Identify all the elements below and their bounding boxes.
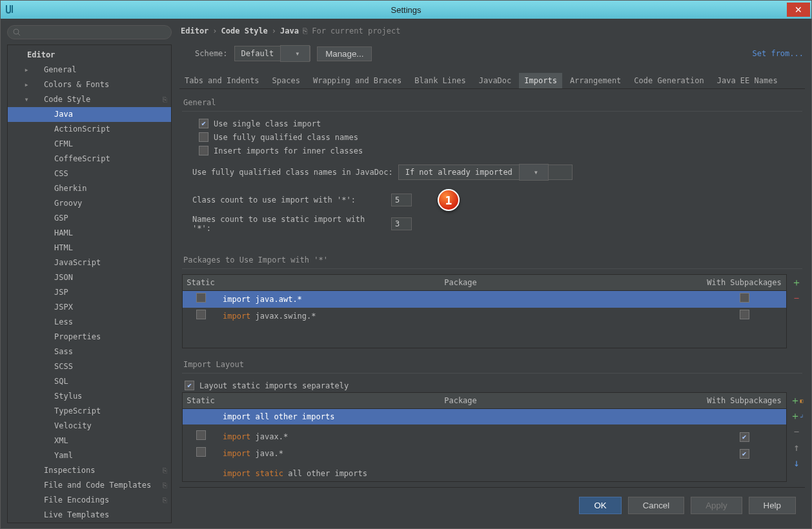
sidebar-item-json[interactable]: JSON	[8, 270, 171, 285]
static-checkbox[interactable]	[196, 310, 206, 319]
subpackages-checkbox[interactable]	[740, 293, 749, 303]
tab-code-generation[interactable]: Code Generation	[629, 73, 709, 88]
sidebar-item-velocity[interactable]: Velocity	[8, 419, 171, 434]
subpackages-checkbox[interactable]	[740, 310, 749, 319]
move-down-button[interactable]: ↓	[791, 457, 802, 468]
search-input[interactable]	[7, 25, 172, 39]
apply-button[interactable]: Apply	[691, 497, 742, 514]
sidebar-item-haml[interactable]: HAML	[8, 226, 171, 241]
use-single-label: Use single class import	[214, 119, 321, 128]
static-checkbox[interactable]	[196, 447, 206, 457]
tab-tabs-and-indents[interactable]: Tabs and Indents	[179, 73, 265, 88]
dialog-footer: OK Cancel Apply Help	[179, 487, 805, 523]
ok-button[interactable]: OK	[579, 497, 621, 514]
tab-javadoc[interactable]: JavaDoc	[474, 73, 517, 88]
sidebar-item-gherkin[interactable]: Gherkin	[8, 181, 171, 196]
add-package-button[interactable]: ＋	[791, 277, 802, 288]
sidebar-item-jsp[interactable]: JSP	[8, 285, 171, 300]
static-checkbox[interactable]	[196, 430, 206, 440]
sidebar-item-java[interactable]: Java	[8, 107, 171, 122]
sidebar-item-file-types[interactable]: File Types	[8, 523, 171, 523]
sidebar-item-sql[interactable]: SQL	[8, 374, 171, 389]
sidebar-item-actionscript[interactable]: ActionScript	[8, 122, 171, 137]
insert-inner-checkbox[interactable]	[199, 146, 208, 155]
add-package-layout-button[interactable]: ＋◧	[791, 395, 802, 406]
sidebar-item-yaml[interactable]: Yaml	[8, 448, 171, 463]
names-count-input[interactable]: 3	[391, 217, 412, 230]
chevron-down-icon: ▾	[519, 164, 549, 181]
sidebar-item-html[interactable]: HTML	[8, 241, 171, 255]
packages-star-table[interactable]: Static Package With Subpackages import j…	[182, 274, 787, 348]
project-scope-icon: ⎘	[163, 464, 167, 477]
sidebar-item-stylus[interactable]: Stylus	[8, 389, 171, 404]
table-row[interactable]: import java.*	[183, 445, 786, 462]
sidebar-item-properties[interactable]: Properties	[8, 330, 171, 344]
project-scope-icon: ⎘	[163, 479, 167, 492]
import-layout-table[interactable]: Static Package With Subpackages import a…	[182, 392, 787, 482]
code-style-tabs: Tabs and IndentsSpacesWrapping and Brace…	[179, 73, 805, 89]
tab-arrangement[interactable]: Arrangement	[565, 73, 626, 88]
remove-layout-button[interactable]: －	[791, 426, 802, 437]
set-from-link[interactable]: Set from...	[753, 49, 804, 58]
sidebar-item-sass[interactable]: Sass	[8, 344, 171, 359]
tab-java-ee-names[interactable]: Java EE Names	[712, 73, 783, 88]
table-row[interactable]	[183, 424, 786, 428]
callout-badge-1: 1	[438, 189, 460, 211]
tab-spaces[interactable]: Spaces	[267, 73, 305, 88]
breadcrumb: Editor› Code Style› Java ⎘ For current p…	[179, 25, 805, 42]
use-fq-checkbox[interactable]	[199, 132, 208, 142]
section-general: General	[182, 95, 802, 112]
sidebar-item-javascript[interactable]: JavaScript	[8, 255, 171, 270]
sidebar-item-groovy[interactable]: Groovy	[8, 196, 171, 211]
scheme-select[interactable]: Default▾	[234, 46, 311, 61]
help-button[interactable]: Help	[749, 497, 796, 514]
sidebar-item-jspx[interactable]: JSPX	[8, 300, 171, 315]
move-up-button[interactable]: ↑	[791, 441, 802, 453]
sidebar-item-typescript[interactable]: TypeScript	[8, 404, 171, 419]
sidebar: Editor ▸General▸Colors & Fonts▾Code Styl…	[7, 25, 172, 523]
sidebar-item-coffeescript[interactable]: CoffeeScript	[8, 152, 171, 166]
titlebar: Settings ✕	[1, 1, 811, 19]
sidebar-item-general[interactable]: ▸General	[8, 63, 171, 77]
settings-tree: Editor ▸General▸Colors & Fonts▾Code Styl…	[7, 45, 172, 523]
sidebar-item-gsp[interactable]: GSP	[8, 211, 171, 226]
layout-static-checkbox[interactable]	[185, 381, 194, 390]
remove-package-button[interactable]: －	[791, 292, 802, 304]
tab-wrapping-and-braces[interactable]: Wrapping and Braces	[308, 73, 407, 88]
class-count-input[interactable]: 5	[391, 194, 412, 206]
table-row[interactable]: import javax.*	[183, 428, 786, 445]
table-row[interactable]: import static all other imports	[183, 466, 786, 481]
main-panel: Editor› Code Style› Java ⎘ For current p…	[179, 25, 805, 523]
project-scope-icon: ⎘ For current project	[303, 26, 401, 35]
app-logo	[5, 4, 15, 16]
project-scope-icon: ⎘	[163, 494, 167, 506]
sidebar-item-colors-fonts[interactable]: ▸Colors & Fonts	[8, 77, 171, 92]
tab-imports[interactable]: Imports	[519, 73, 562, 88]
sidebar-item-file-encodings[interactable]: File Encodings⎘	[8, 493, 171, 508]
table-row[interactable]: import javax.swing.*	[183, 308, 786, 324]
close-button[interactable]: ✕	[787, 3, 810, 17]
static-checkbox[interactable]	[196, 293, 206, 303]
sidebar-item-scss[interactable]: SCSS	[8, 359, 171, 374]
sidebar-item-cfml[interactable]: CFML	[8, 137, 171, 152]
sidebar-item-less[interactable]: Less	[8, 315, 171, 330]
fq-javadoc-select[interactable]: If not already imported▾	[398, 165, 573, 180]
section-import-layout: Import Layout	[182, 357, 802, 374]
cancel-button[interactable]: Cancel	[628, 497, 685, 514]
subpackages-checkbox[interactable]	[740, 432, 749, 442]
sidebar-item-inspections[interactable]: Inspections⎘	[8, 463, 171, 478]
add-blank-line-button[interactable]: ＋↲	[791, 410, 802, 422]
tab-blank-lines[interactable]: Blank Lines	[409, 73, 471, 88]
table-row[interactable]: import java.awt.*	[183, 291, 786, 308]
subpackages-checkbox[interactable]	[740, 449, 749, 459]
project-scope-icon: ⎘	[163, 94, 167, 106]
use-single-class-import-checkbox[interactable]	[199, 119, 208, 128]
sidebar-item-code-style[interactable]: ▾Code Style⎘	[8, 92, 171, 107]
table-row[interactable]: import all other imports	[183, 409, 786, 424]
sidebar-item-css[interactable]: CSS	[8, 166, 171, 181]
sidebar-item-xml[interactable]: XML	[8, 434, 171, 448]
manage-button[interactable]: Manage...	[317, 46, 372, 61]
sidebar-item-file-and-code-templates[interactable]: File and Code Templates⎘	[8, 478, 171, 493]
sidebar-item-live-templates[interactable]: Live Templates	[8, 508, 171, 523]
tree-heading: Editor	[8, 48, 171, 63]
